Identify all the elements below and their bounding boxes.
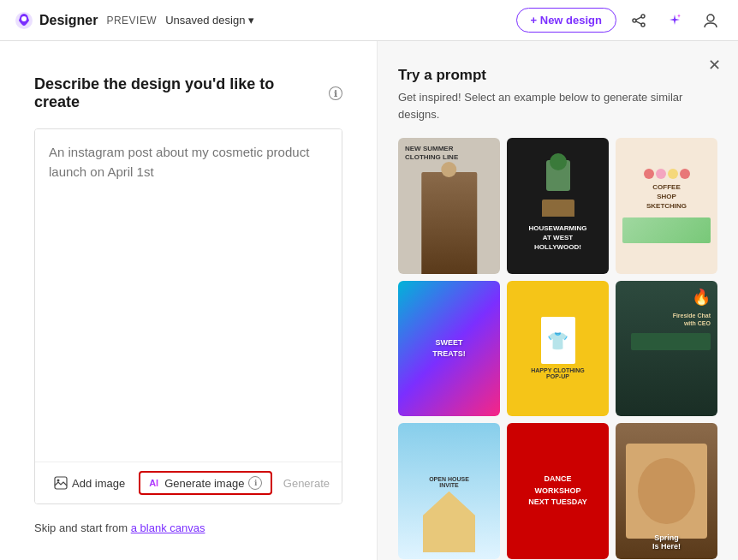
fashion-figure bbox=[421, 172, 477, 274]
account-icon bbox=[702, 12, 719, 29]
svg-line-6 bbox=[636, 21, 641, 23]
house-shape bbox=[423, 491, 476, 552]
dance-text: DanceWorkshopNext Tuesday bbox=[528, 474, 587, 509]
flower-decoration bbox=[644, 169, 690, 179]
prompt-card-6[interactable]: 🔥 Fireside Chatwith CEO bbox=[616, 281, 717, 417]
ai-badge: AI bbox=[149, 478, 158, 488]
app-name: Designer bbox=[39, 13, 98, 28]
chevron-down-icon: ▾ bbox=[248, 14, 254, 27]
svg-point-3 bbox=[633, 19, 636, 22]
svg-point-4 bbox=[641, 23, 645, 27]
action-bar: Add image AI Generate image ℹ Generate bbox=[35, 462, 342, 503]
svg-point-2 bbox=[641, 15, 645, 18]
generate-image-info-icon[interactable]: ℹ bbox=[248, 476, 262, 490]
svg-point-9 bbox=[57, 480, 60, 482]
app-logo: Designer bbox=[14, 10, 98, 31]
generate-button[interactable]: Generate bbox=[283, 477, 330, 490]
prompt-grid: New SummerClothing Line HOUSEWARMINGAT W… bbox=[398, 138, 717, 560]
share-icon-button[interactable] bbox=[625, 7, 652, 34]
chair-decoration bbox=[542, 200, 574, 217]
housewarming-text: HOUSEWARMINGAT WESTHOLLYWOOD! bbox=[529, 223, 587, 253]
topbar-icons bbox=[625, 7, 724, 34]
fireside-text: Fireside Chatwith CEO bbox=[673, 312, 711, 329]
unsaved-design-label[interactable]: Unsaved design ▾ bbox=[165, 14, 254, 27]
coffee-text: COFFEESHOPSKETCHING bbox=[646, 182, 687, 211]
add-image-button[interactable]: Add image bbox=[47, 473, 132, 493]
preview-label: PREVIEW bbox=[106, 15, 157, 27]
open-house-text: OPEN HOUSEINVITE bbox=[429, 476, 469, 488]
prompt-card-5[interactable]: 👕 Happy ClothingPop-Up bbox=[507, 281, 609, 417]
blank-canvas-link[interactable]: a blank canvas bbox=[131, 521, 205, 534]
spring-text: SpringIs Here! bbox=[616, 533, 717, 551]
prompt-card-9[interactable]: SpringIs Here! bbox=[616, 423, 717, 559]
fireside-bar bbox=[631, 333, 711, 350]
right-panel[interactable]: ✕ Try a prompt Get inspired! Select an e… bbox=[377, 41, 738, 560]
magic-icon-button[interactable] bbox=[661, 7, 688, 34]
image-icon bbox=[54, 476, 68, 490]
prompt-title: Try a prompt bbox=[398, 67, 717, 84]
skip-row: Skip and start from a blank canvas bbox=[34, 521, 342, 534]
design-description-input[interactable] bbox=[35, 129, 342, 462]
sweet-treats-text: SWEETTREATS! bbox=[432, 337, 465, 359]
prompt-card-1[interactable]: New SummerClothing Line bbox=[398, 138, 500, 274]
main-area: Describe the design you'd like to create… bbox=[0, 41, 738, 560]
prompt-card-4[interactable]: SWEETTREATS! bbox=[398, 281, 500, 417]
textarea-wrapper: Add image AI Generate image ℹ Generate bbox=[34, 128, 342, 504]
left-panel: Describe the design you'd like to create… bbox=[0, 41, 377, 560]
close-button[interactable]: ✕ bbox=[702, 53, 726, 77]
plant-decoration bbox=[546, 160, 570, 191]
svg-point-1 bbox=[21, 16, 27, 21]
generate-image-button[interactable]: AI Generate image ℹ bbox=[139, 471, 272, 495]
svg-point-7 bbox=[707, 15, 714, 21]
new-design-button[interactable]: + New design bbox=[516, 8, 616, 33]
prompt-subtitle: Get inspired! Select an example below to… bbox=[398, 89, 717, 122]
info-icon[interactable]: ℹ bbox=[329, 86, 342, 100]
account-icon-button[interactable] bbox=[697, 7, 724, 34]
designer-logo-icon bbox=[14, 10, 34, 31]
panel-title: Describe the design you'd like to create… bbox=[34, 75, 342, 111]
svg-line-5 bbox=[636, 16, 641, 19]
share-icon bbox=[631, 13, 646, 28]
sparkle-icon bbox=[667, 13, 682, 28]
prompt-card-3[interactable]: COFFEESHOPSKETCHING bbox=[616, 138, 717, 274]
prompt-card-2[interactable]: HOUSEWARMINGAT WESTHOLLYWOOD! bbox=[507, 138, 609, 274]
prompt-card-8[interactable]: DanceWorkshopNext Tuesday bbox=[507, 423, 609, 559]
food-plate bbox=[626, 444, 707, 539]
tshirt-figure: 👕 bbox=[541, 317, 575, 364]
coffee-decoration bbox=[622, 217, 711, 243]
topbar: Designer PREVIEW Unsaved design ▾ + New … bbox=[0, 0, 738, 41]
yellow-card-text: Happy ClothingPop-Up bbox=[531, 367, 585, 379]
svg-rect-8 bbox=[55, 477, 67, 489]
prompt-card-7[interactable]: OPEN HOUSEINVITE bbox=[398, 423, 500, 559]
fire-decoration: 🔥 bbox=[692, 288, 711, 307]
